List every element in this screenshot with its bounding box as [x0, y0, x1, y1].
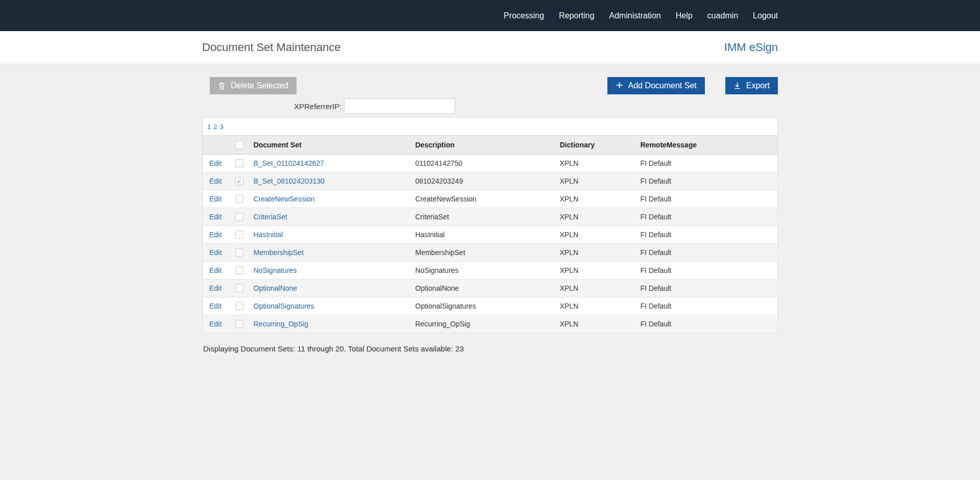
dictionary-cell: XPLN	[560, 279, 641, 297]
pagination: 123	[202, 117, 778, 136]
remote-message-cell: FI Default	[641, 261, 778, 279]
add-document-set-label: Add Document Set	[628, 81, 696, 90]
edit-column-header	[203, 136, 235, 154]
dictionary-cell: XPLN	[560, 225, 641, 243]
table-row: EditMembershipSetMembershipSetXPLNFI Def…	[203, 243, 778, 261]
nav-item-help[interactable]: Help	[676, 11, 693, 20]
page-link-2[interactable]: 2	[213, 123, 217, 131]
document-set-link[interactable]: CriteriaSet	[254, 213, 287, 221]
column-header-dictionary: Dictionary	[560, 136, 641, 154]
document-set-link[interactable]: Recurring_OpSig	[254, 320, 308, 328]
document-set-link[interactable]: B_Set_081024203130	[254, 177, 325, 185]
document-set-link[interactable]: OptionalNone	[254, 284, 298, 292]
row-checkbox[interactable]	[235, 248, 243, 257]
export-button[interactable]: Export	[725, 77, 778, 94]
description-cell: 011024142750	[415, 154, 560, 172]
page-title: Document Set Maintenance	[202, 41, 341, 54]
document-set-link[interactable]: HasInitial	[254, 231, 283, 239]
column-header-remote-message: RemoteMessage	[641, 136, 778, 154]
row-checkbox[interactable]	[235, 213, 243, 221]
description-cell: MembershipSet	[415, 243, 560, 261]
edit-link[interactable]: Edit	[203, 177, 222, 185]
delete-selected-button[interactable]: Delete Selected	[210, 77, 297, 94]
main-content: Delete Selected + Add Document Set Expor…	[202, 77, 778, 353]
select-all-checkbox[interactable]	[235, 141, 243, 149]
brand-logo: IMM eSign	[724, 41, 778, 54]
column-header-document-set: Document Set	[254, 136, 415, 154]
checkbox-column-header	[235, 136, 254, 154]
description-cell: 081024203249	[415, 172, 560, 190]
row-checkbox[interactable]	[235, 284, 243, 292]
description-cell: HasInitial	[415, 225, 560, 243]
edit-link[interactable]: Edit	[203, 195, 222, 203]
table-row: EditB_Set_011024142627011024142750XPLNFI…	[203, 154, 778, 172]
document-set-link[interactable]: MembershipSet	[254, 248, 304, 257]
row-checkbox[interactable]	[235, 266, 243, 274]
row-checkbox[interactable]	[235, 320, 243, 328]
nav-item-reporting[interactable]: Reporting	[559, 11, 594, 20]
edit-link[interactable]: Edit	[203, 266, 222, 274]
table-row: EditCriteriaSetCriteriaSetXPLNFI Default	[203, 208, 778, 225]
document-set-table: Document Set Description Dictionary Remo…	[202, 136, 778, 333]
row-checkbox[interactable]: ✓	[235, 177, 243, 185]
document-set-link[interactable]: B_Set_011024142627	[254, 159, 324, 167]
nav-item-processing[interactable]: Processing	[504, 11, 544, 20]
dictionary-cell: XPLN	[560, 297, 641, 315]
remote-message-cell: FI Default	[641, 190, 778, 208]
edit-link[interactable]: Edit	[203, 320, 222, 328]
table-row: Edit✓B_Set_081024203130081024203249XPLNF…	[203, 172, 778, 190]
xpreferrerip-label: XPReferrerIP:	[294, 102, 341, 111]
edit-link[interactable]: Edit	[203, 248, 222, 257]
nav-item-administration[interactable]: Administration	[609, 11, 660, 20]
plus-icon: +	[616, 79, 623, 91]
table-row: EditNoSignaturesNoSignaturesXPLNFI Defau…	[203, 261, 778, 279]
toolbar: Delete Selected + Add Document Set Expor…	[202, 77, 778, 94]
xpreferrerip-input[interactable]	[344, 98, 455, 114]
edit-link[interactable]: Edit	[203, 284, 222, 292]
row-checkbox[interactable]	[235, 231, 243, 239]
row-checkbox[interactable]	[235, 195, 243, 203]
description-cell: OptionalSignatures	[415, 297, 560, 315]
row-checkbox[interactable]	[235, 302, 243, 310]
top-nav-bar: ProcessingReportingAdministrationHelpcua…	[0, 0, 980, 31]
document-set-link[interactable]: CreateNewSession	[254, 195, 315, 203]
trash-icon	[218, 82, 226, 90]
remote-message-cell: FI Default	[641, 172, 778, 190]
edit-link[interactable]: Edit	[203, 213, 222, 221]
nav-item-logout[interactable]: Logout	[753, 11, 778, 20]
page-link-1[interactable]: 1	[207, 123, 211, 131]
page-header: Document Set Maintenance IMM eSign	[0, 31, 980, 64]
toolbar-right: + Add Document Set Export	[607, 77, 778, 94]
dictionary-cell: XPLN	[560, 243, 641, 261]
table-row: EditOptionalNoneOptionalNoneXPLNFI Defau…	[203, 279, 778, 297]
description-cell: Recurring_OpSig	[415, 315, 560, 333]
remote-message-cell: FI Default	[641, 297, 778, 315]
remote-message-cell: FI Default	[641, 154, 778, 172]
dictionary-cell: XPLN	[560, 172, 641, 190]
filter-row: XPReferrerIP:	[294, 98, 778, 114]
remote-message-cell: FI Default	[641, 279, 778, 297]
edit-link[interactable]: Edit	[203, 159, 222, 167]
add-document-set-button[interactable]: + Add Document Set	[607, 77, 704, 94]
nav-item-cuadmin[interactable]: cuadmin	[707, 11, 738, 20]
table-header-row: Document Set Description Dictionary Remo…	[203, 136, 778, 154]
description-cell: CriteriaSet	[415, 208, 560, 225]
remote-message-cell: FI Default	[641, 225, 778, 243]
delete-selected-label: Delete Selected	[231, 81, 288, 90]
dictionary-cell: XPLN	[560, 190, 641, 208]
page-link-3[interactable]: 3	[219, 123, 223, 131]
results-summary: Displaying Document Sets: 11 through 20.…	[202, 344, 778, 353]
edit-link[interactable]: Edit	[203, 231, 222, 239]
edit-link[interactable]: Edit	[203, 302, 222, 310]
dictionary-cell: XPLN	[560, 261, 641, 279]
download-icon	[733, 82, 741, 90]
top-nav: ProcessingReportingAdministrationHelpcua…	[504, 11, 778, 20]
document-set-link[interactable]: OptionalSignatures	[254, 302, 314, 310]
document-set-link[interactable]: NoSignatures	[254, 266, 297, 274]
description-cell: OptionalNone	[415, 279, 560, 297]
description-cell: CreateNewSession	[415, 190, 560, 208]
description-cell: NoSignatures	[415, 261, 560, 279]
row-checkbox[interactable]	[235, 159, 243, 167]
document-set-table-body: EditB_Set_011024142627011024142750XPLNFI…	[203, 154, 778, 333]
dictionary-cell: XPLN	[560, 154, 641, 172]
